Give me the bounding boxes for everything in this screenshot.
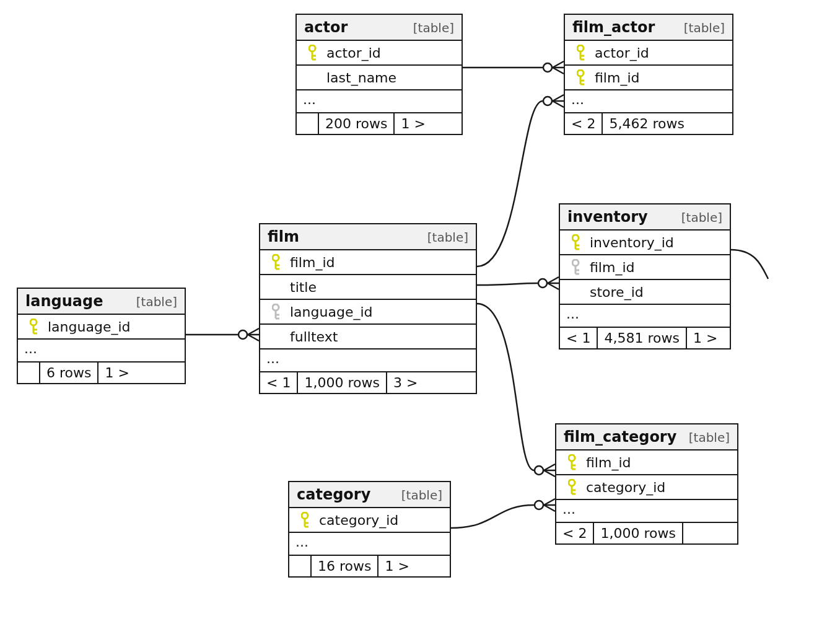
key-icon xyxy=(297,512,314,528)
more-indicator: ... xyxy=(560,305,730,328)
column-row: inventory_id xyxy=(560,231,730,255)
column-name: language_id xyxy=(290,304,373,320)
column-row: store_id xyxy=(560,280,730,305)
key-icon xyxy=(572,45,590,61)
entity-category: category [table] category_id ... 16 rows… xyxy=(288,481,451,578)
more-indicator: ... xyxy=(289,533,450,556)
entity-film-category: film_category [table] film_id category_i… xyxy=(555,423,738,545)
column-row: last_name xyxy=(297,66,462,90)
column-name: film_id xyxy=(586,455,631,470)
column-name: category_id xyxy=(586,480,665,495)
row-count: 4,581 rows xyxy=(598,328,686,348)
entity-type-label: [table] xyxy=(401,488,442,503)
column-name: title xyxy=(290,279,317,295)
column-row: actor_id xyxy=(297,41,462,66)
entity-language: language [table] language_id ... 6 rows … xyxy=(17,288,186,384)
in-count: < 1 xyxy=(260,372,298,393)
key-icon xyxy=(572,69,590,86)
row-count: 5,462 rows xyxy=(603,113,690,134)
more-indicator: ... xyxy=(556,500,737,523)
more-indicator: ... xyxy=(297,90,462,113)
entity-type-label: [table] xyxy=(689,430,730,445)
key-icon xyxy=(25,319,43,335)
row-count: 1,000 rows xyxy=(594,523,683,543)
column-row: language_id xyxy=(18,315,185,340)
entity-film: film [table] film_id title language_id f… xyxy=(259,223,477,394)
column-name: actor_id xyxy=(595,45,649,61)
row-count: 6 rows xyxy=(40,363,98,383)
entity-footer: 200 rows 1 > xyxy=(297,113,462,134)
entity-title: inventory xyxy=(567,208,648,226)
entity-type-label: [table] xyxy=(413,20,454,35)
entity-footer: < 1 1,000 rows 3 > xyxy=(260,372,476,393)
entity-type-label: [table] xyxy=(681,210,722,225)
column-row: category_id xyxy=(289,508,450,533)
key-icon xyxy=(268,254,285,270)
column-row: category_id xyxy=(556,475,737,500)
key-icon xyxy=(268,304,285,320)
row-count: 16 rows xyxy=(312,556,378,576)
entity-footer: 6 rows 1 > xyxy=(18,363,185,383)
column-name: film_id xyxy=(590,260,634,275)
key-icon xyxy=(564,479,581,495)
entity-footer: < 2 1,000 rows xyxy=(556,523,737,543)
column-row: film_id xyxy=(560,255,730,280)
key-icon xyxy=(564,454,581,470)
entity-footer: < 1 4,581 rows 1 > xyxy=(560,328,730,348)
out-count: 1 > xyxy=(98,363,135,383)
in-count: < 2 xyxy=(556,523,594,543)
column-row: actor_id xyxy=(565,41,732,66)
entity-footer: 16 rows 1 > xyxy=(289,556,450,576)
column-name: film_id xyxy=(290,255,335,270)
column-name: language_id xyxy=(48,319,131,335)
entity-type-label: [table] xyxy=(427,230,468,245)
column-name: category_id xyxy=(319,512,398,528)
column-name: film_id xyxy=(595,70,639,86)
key-icon xyxy=(304,45,322,61)
entity-actor: actor [table] actor_id last_name ... 200… xyxy=(295,14,463,135)
in-count: < 1 xyxy=(560,328,598,348)
key-icon xyxy=(567,234,585,250)
in-count: < 2 xyxy=(565,113,603,134)
column-name: actor_id xyxy=(326,45,381,61)
row-count: 1,000 rows xyxy=(298,372,387,393)
entity-title: film_category xyxy=(564,428,676,446)
entity-title: actor xyxy=(304,19,348,36)
er-diagram-canvas: actor [table] actor_id last_name ... 200… xyxy=(0,0,840,642)
more-indicator: ... xyxy=(18,340,185,363)
column-name: inventory_id xyxy=(590,235,674,250)
entity-footer: < 2 5,462 rows xyxy=(565,113,732,134)
entity-type-label: [table] xyxy=(684,20,725,35)
out-count: 1 > xyxy=(395,113,431,134)
more-indicator: ... xyxy=(260,350,476,372)
more-indicator: ... xyxy=(565,90,732,113)
column-row: film_id xyxy=(565,66,732,90)
out-count: 1 > xyxy=(378,556,415,576)
row-count: 200 rows xyxy=(319,113,395,134)
out-count: 3 > xyxy=(387,372,424,393)
key-icon xyxy=(567,259,585,275)
column-row: fulltext xyxy=(260,325,476,350)
out-count: 1 > xyxy=(687,328,724,348)
entity-title: film_actor xyxy=(572,19,655,36)
column-name: fulltext xyxy=(290,329,338,345)
column-name: last_name xyxy=(326,70,396,86)
entity-title: film xyxy=(268,228,299,245)
entity-type-label: [table] xyxy=(136,294,177,309)
column-row: film_id xyxy=(260,250,476,275)
entity-inventory: inventory [table] inventory_id film_id s… xyxy=(559,203,731,350)
entity-film-actor: film_actor [table] actor_id film_id ... … xyxy=(564,14,733,135)
entity-title: category xyxy=(297,486,370,503)
column-row: language_id xyxy=(260,300,476,325)
column-name: store_id xyxy=(590,284,644,300)
column-row: film_id xyxy=(556,451,737,475)
column-row: title xyxy=(260,275,476,300)
entity-title: language xyxy=(25,292,103,310)
